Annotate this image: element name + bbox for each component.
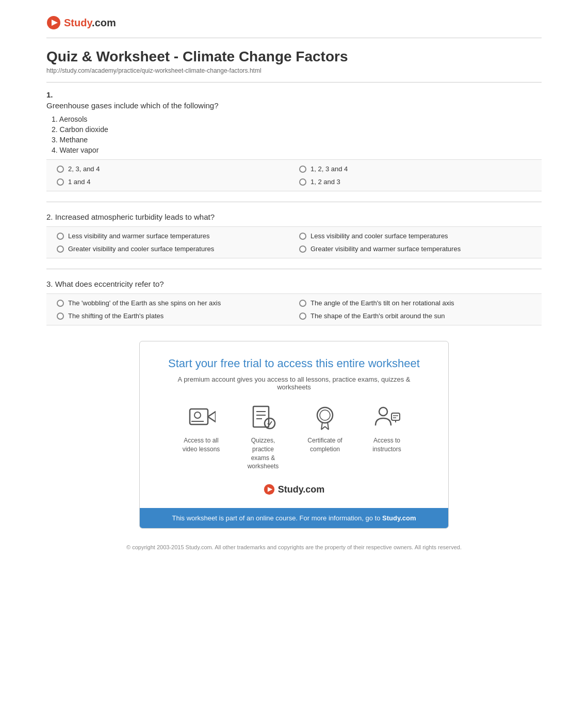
cta-title: Start your free trial to access this ent…: [160, 357, 428, 370]
svg-point-14: [320, 410, 330, 420]
cta-subtitle: A premium account gives you access to al…: [160, 375, 428, 391]
cta-certificate-label: Certificate ofcompletion: [307, 436, 342, 454]
svg-rect-20: [391, 413, 400, 420]
question-1-number: 1.: [46, 90, 542, 99]
q2-radio-2[interactable]: Less visibility and cooler surface tempe…: [299, 232, 531, 240]
cta-footer-text: This worksheet is part of an online cour…: [172, 514, 382, 522]
q3-radio-label-1: The 'wobbling' of the Earth as she spins…: [68, 299, 221, 307]
question-1: 1. Greenhouse gases include which of the…: [46, 90, 542, 191]
cta-logo-icon: [264, 484, 275, 495]
radio-circle: [299, 233, 306, 240]
title-divider: [46, 82, 542, 83]
page-url: http://study.com/academy/practice/quiz-w…: [46, 67, 542, 74]
cta-video-label: Access to allvideo lessons: [183, 436, 220, 454]
question-2: 2. Increased atmospheric turbidity leads…: [46, 212, 542, 258]
q1-radio-label-4: 1, 2 and 3: [311, 178, 340, 186]
question-2-text: Increased atmospheric turbidity leads to…: [55, 212, 215, 221]
q1-radio-4[interactable]: 1, 2 and 3: [299, 178, 531, 186]
logo-text: Study.com: [64, 17, 116, 29]
instructor-icon: [373, 404, 401, 432]
cta-quizzes-label: Quizzes, practiceexams & worksheets: [240, 436, 286, 471]
logo-area: Study.com: [46, 10, 542, 38]
question-3-text: What does eccentricity refer to?: [55, 280, 164, 288]
cta-content: Start your free trial to access this ent…: [140, 341, 448, 508]
cta-icon-quizzes: Quizzes, practiceexams & worksheets: [240, 404, 286, 471]
radio-circle: [299, 178, 306, 186]
q2-radio-1[interactable]: Less visibility and warmer surface tempe…: [57, 232, 289, 240]
question-2-radio-grid: Less visibility and warmer surface tempe…: [46, 226, 542, 258]
q3-radio-1[interactable]: The 'wobbling' of the Earth as she spins…: [57, 299, 289, 307]
cta-logo: Study.com: [160, 484, 428, 495]
cta-footer-bar: This worksheet is part of an online cour…: [140, 508, 448, 528]
question-3-intro: 3. What does eccentricity refer to?: [46, 280, 542, 288]
cta-box: Start your free trial to access this ent…: [139, 341, 449, 529]
q1-choice-3: 3. Methane: [52, 136, 542, 144]
q1-divider: [46, 202, 542, 202]
radio-circle: [57, 245, 64, 253]
q1-radio-2[interactable]: 1, 2, 3 and 4: [299, 165, 531, 173]
svg-point-19: [379, 407, 387, 416]
q1-radio-label-2: 1, 2, 3 and 4: [311, 165, 348, 173]
radio-circle: [299, 313, 306, 320]
video-icon: [187, 404, 216, 432]
question-1-text: Greenhouse gases include which of the fo…: [46, 101, 542, 110]
question-2-intro: 2. Increased atmospheric turbidity leads…: [46, 212, 542, 221]
q1-radio-label-3: 1 and 4: [68, 178, 90, 186]
radio-circle: [299, 245, 306, 253]
svg-rect-6: [253, 406, 269, 427]
q2-radio-label-2: Less visibility and cooler surface tempe…: [311, 232, 448, 240]
q3-radio-2[interactable]: The angle of the Earth's tilt on her rot…: [299, 299, 531, 307]
question-3: 3. What does eccentricity refer to? The …: [46, 280, 542, 325]
q3-radio-label-4: The shape of the Earth's orbit around th…: [311, 312, 445, 320]
cta-icon-instructor: Access toinstructors: [364, 404, 410, 471]
cta-icon-video: Access to allvideo lessons: [178, 404, 224, 471]
q2-radio-3[interactable]: Greater visibility and cooler surface te…: [57, 245, 289, 253]
cta-icon-certificate: Certificate ofcompletion: [302, 404, 348, 471]
q2-radio-label-4: Greater visibility and warmer surface te…: [311, 245, 461, 253]
q2-radio-label-3: Greater visibility and cooler surface te…: [68, 245, 214, 253]
q1-choice-2: 2. Carbon dioxide: [52, 125, 542, 134]
quiz-icon: [249, 404, 277, 432]
svg-point-4: [194, 412, 201, 418]
radio-circle: [57, 178, 64, 186]
q1-radio-3[interactable]: 1 and 4: [57, 178, 289, 186]
svg-line-12: [269, 421, 272, 425]
q3-radio-4[interactable]: The shape of the Earth's orbit around th…: [299, 312, 531, 320]
page-title: Quiz & Worksheet - Climate Change Factor…: [46, 48, 542, 65]
svg-rect-2: [190, 409, 208, 424]
question-3-number: 3.: [46, 280, 55, 288]
q1-choice-1: 1. Aerosols: [52, 115, 542, 123]
radio-circle: [57, 233, 64, 240]
q3-radio-label-3: The shifting of the Earth's plates: [68, 312, 164, 320]
q2-radio-4[interactable]: Greater visibility and warmer surface te…: [299, 245, 531, 253]
cta-footer-link[interactable]: Study.com: [382, 514, 416, 522]
q2-divider: [46, 269, 542, 269]
svg-marker-3: [208, 412, 216, 422]
radio-circle: [57, 313, 64, 320]
cta-logo-text: Study.com: [278, 484, 325, 495]
page-title-section: Quiz & Worksheet - Climate Change Factor…: [46, 48, 542, 74]
cta-icons-row: Access to allvideo lessons Quizzes, prac…: [160, 404, 428, 471]
cta-instructor-label: Access toinstructors: [372, 436, 401, 454]
question-3-radio-grid: The 'wobbling' of the Earth as she spins…: [46, 293, 542, 325]
logo-icon: [46, 15, 61, 30]
question-2-number: 2.: [46, 212, 55, 221]
radio-circle: [299, 166, 306, 173]
q3-radio-label-2: The angle of the Earth's tilt on her rot…: [311, 299, 454, 307]
radio-circle: [299, 300, 306, 307]
q1-radio-1[interactable]: 2, 3, and 4: [57, 165, 289, 173]
q1-choice-4: 4. Water vapor: [52, 146, 542, 154]
question-1-radio-grid: 2, 3, and 4 1, 2, 3 and 4 1 and 4 1, 2 a…: [46, 159, 542, 191]
q1-radio-label-1: 2, 3, and 4: [68, 165, 100, 173]
q3-radio-3[interactable]: The shifting of the Earth's plates: [57, 312, 289, 320]
certificate-icon: [311, 404, 339, 432]
question-1-choices: 1. Aerosols 2. Carbon dioxide 3. Methane…: [52, 115, 542, 154]
q2-radio-label-1: Less visibility and warmer surface tempe…: [68, 232, 210, 240]
site-logo[interactable]: Study.com: [46, 15, 542, 30]
radio-circle: [57, 166, 64, 173]
radio-circle: [57, 300, 64, 307]
copyright: © copyright 2003-2015 Study.com. All oth…: [46, 544, 542, 561]
